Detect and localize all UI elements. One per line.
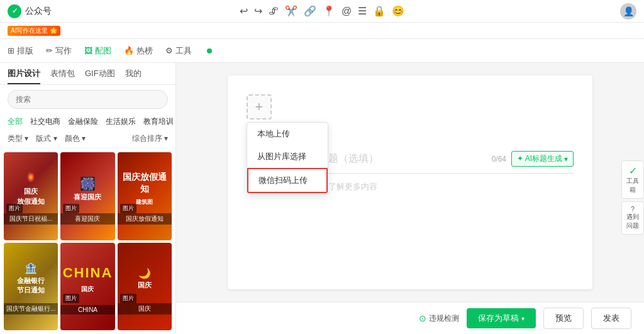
- tab-image-design[interactable]: 图片设计: [8, 68, 40, 84]
- logo-icon: ✓: [8, 4, 21, 18]
- filter-bar: 类型 ▾ 版式 ▾ 颜色 ▾ 综合排序 ▾: [0, 130, 175, 148]
- image-grid: 🏮 国庆放假通知 图片 国庆节日祝福... 🎆 喜迎国庆: [0, 148, 175, 334]
- card-6-label: 国庆: [118, 303, 172, 315]
- emoji-icon[interactable]: 😊: [392, 5, 404, 17]
- publish-button[interactable]: 发表: [591, 308, 631, 329]
- logo-area: ✓ 公众号: [8, 4, 52, 18]
- bottom-bar: ⊙ 违规检测 保存为草稿 ▾ 预览 发表: [176, 302, 644, 334]
- filter-type[interactable]: 类型 ▾: [8, 133, 28, 144]
- toolbox-label: 工具箱: [625, 177, 641, 194]
- help-button[interactable]: ? 遇到问题: [621, 201, 644, 235]
- editor-area: + 本地上传 从图片库选择 微信扫码上传 图片设计 请输入标题（选填） 0/64…: [176, 63, 644, 302]
- hot-icon: 🔥: [124, 46, 134, 55]
- card-1-badge: 图片: [6, 204, 23, 213]
- image-card-5[interactable]: CHINA 国庆 图片 CHINA: [60, 243, 114, 331]
- match-icon: 🖼: [84, 46, 92, 55]
- card-4-label: 国庆节金融银行...: [4, 303, 58, 315]
- compliance-icon: ⊙: [419, 313, 426, 323]
- card-6-badge: 图片: [120, 294, 136, 303]
- nav-label-hot: 热榜: [136, 45, 153, 57]
- cut-icon[interactable]: ✂️: [285, 5, 297, 17]
- sidebar: 图片设计 表情包 GIF动图 我的 全部 社交电商 金融保险 生活娱乐 教育培训…: [0, 63, 176, 334]
- nav-label-layout: 排版: [17, 45, 33, 57]
- category-social[interactable]: 社交电商: [30, 116, 60, 127]
- top-bar: ✓ 公众号 ↩ ↪ 🖇 ✂️ 🔗 📍 @ ☰ 🔒 😊 👤: [0, 0, 644, 23]
- tab-emoji[interactable]: 表情包: [50, 68, 75, 84]
- compliance-button[interactable]: ⊙ 违规检测: [419, 313, 459, 324]
- content-area: + 本地上传 从图片库选择 微信扫码上传 图片设计 请输入标题（选填） 0/64…: [176, 63, 644, 334]
- editor-card: + 本地上传 从图片库选择 微信扫码上传 图片设计 请输入标题（选填） 0/64…: [228, 75, 592, 289]
- image-card-4[interactable]: 🏦 金融银行节日通知 国庆节金融银行...: [4, 243, 58, 331]
- image-card-3[interactable]: 国庆放假通知 建筑图 图片 国庆放假通知: [118, 152, 172, 240]
- ai-gen-chevron: ▾: [564, 155, 568, 164]
- tab-my[interactable]: 我的: [125, 68, 142, 84]
- card-2-badge: 图片: [63, 204, 79, 213]
- status-dot: [207, 48, 212, 53]
- help-label: 遇到问题: [625, 213, 641, 230]
- top-toolbar: ↩ ↪ 🖇 ✂️ 🔗 📍 @ ☰ 🔒 😊: [240, 5, 404, 17]
- category-all[interactable]: 全部: [8, 116, 23, 127]
- nav-item-write[interactable]: ✏ 写作: [46, 42, 72, 60]
- save-dropdown-arrow[interactable]: ▾: [521, 315, 525, 322]
- menu-icon[interactable]: ☰: [358, 5, 367, 17]
- tab-gif[interactable]: GIF动图: [85, 68, 115, 84]
- card-5-badge: 图片: [63, 294, 79, 303]
- write-icon: ✏: [46, 46, 53, 55]
- toolbox-icon: ✓: [625, 165, 641, 177]
- link-icon[interactable]: 🔗: [304, 5, 316, 17]
- nav-bar: ⊞ 排版 ✏ 写作 🖼 配图 🔥 热榜 ⚙ 工具: [0, 39, 644, 63]
- nav-label-write: 写作: [55, 45, 72, 57]
- char-count: 0/64: [492, 155, 506, 164]
- card-3-badge: 图片: [120, 204, 136, 213]
- upload-area: + 本地上传 从图片库选择 微信扫码上传: [247, 94, 574, 120]
- card-1-label: 国庆节日祝福...: [4, 213, 58, 225]
- filter-color[interactable]: 颜色 ▾: [65, 133, 86, 144]
- preview-label: 预览: [555, 313, 572, 323]
- redo-icon[interactable]: ↪: [254, 5, 262, 17]
- preview-button[interactable]: 预览: [543, 308, 584, 329]
- upload-local[interactable]: 本地上传: [247, 123, 328, 145]
- card-5-label: CHINA: [60, 305, 114, 315]
- help-icon: ?: [625, 206, 641, 213]
- sidebar-search-area: [0, 85, 175, 114]
- upload-from-library[interactable]: 从图片库选择: [247, 145, 328, 168]
- card-2-label: 喜迎国庆: [60, 213, 114, 225]
- layout-icon: ⊞: [8, 46, 14, 55]
- image-card-2[interactable]: 🎆 喜迎国庆 图片 喜迎国庆: [60, 152, 114, 240]
- nav-label-tools: 工具: [175, 45, 192, 57]
- save-draft-button[interactable]: 保存为草稿 ▾: [467, 308, 536, 328]
- filter-style[interactable]: 版式 ▾: [36, 133, 57, 144]
- nav-item-layout[interactable]: ⊞ 排版: [8, 42, 33, 60]
- lock-icon[interactable]: 🔒: [373, 5, 386, 17]
- search-input[interactable]: [8, 90, 168, 109]
- upload-wechat-scan[interactable]: 微信扫码上传: [247, 168, 328, 193]
- image-card-1[interactable]: 🏮 国庆放假通知 图片 国庆节日祝福...: [4, 152, 58, 240]
- category-finance[interactable]: 金融保险: [68, 116, 98, 127]
- category-bar: 全部 社交电商 金融保险 生活娱乐 教育培训: [0, 114, 175, 130]
- ai-badge: AI写作在这里 🌟: [8, 26, 60, 36]
- nav-item-hot[interactable]: 🔥 热榜: [124, 42, 153, 60]
- user-avatar[interactable]: 👤: [620, 3, 636, 19]
- compliance-label: 违规检测: [429, 313, 459, 324]
- nav-item-tools[interactable]: ⚙ 工具: [165, 42, 192, 60]
- nav-item-match[interactable]: 🖼 配图: [84, 42, 111, 60]
- image-card-6[interactable]: 🌙 国庆 图片 国庆: [118, 243, 172, 331]
- tools-icon: ⚙: [165, 46, 173, 55]
- card-3-label: 国庆放假通知: [118, 213, 172, 225]
- ai-gen-button[interactable]: ✦ AI标题生成 ▾: [511, 151, 574, 167]
- category-lifestyle[interactable]: 生活娱乐: [106, 116, 136, 127]
- clip-icon[interactable]: 🖇: [269, 6, 279, 17]
- card-5-content: CHINA 国庆: [60, 243, 114, 315]
- sort-label[interactable]: 综合排序 ▾: [132, 133, 168, 144]
- category-education[interactable]: 教育培训: [143, 116, 174, 127]
- toolbox-button[interactable]: ✓ 工具箱: [621, 160, 644, 199]
- ai-banner: AI写作在这里 🌟: [0, 23, 644, 39]
- location-icon[interactable]: 📍: [323, 5, 335, 17]
- at-icon[interactable]: @: [341, 6, 352, 17]
- undo-icon[interactable]: ↩: [240, 5, 248, 17]
- nav-label-match: 配图: [95, 45, 111, 57]
- sidebar-tabs: 图片设计 表情包 GIF动图 我的: [0, 63, 175, 85]
- upload-plus-button[interactable]: +: [247, 94, 272, 120]
- main-layout: 图片设计 表情包 GIF动图 我的 全部 社交电商 金融保险 生活娱乐 教育培训…: [0, 63, 644, 334]
- right-tools: ✓ 工具箱 ? 遇到问题: [621, 160, 644, 237]
